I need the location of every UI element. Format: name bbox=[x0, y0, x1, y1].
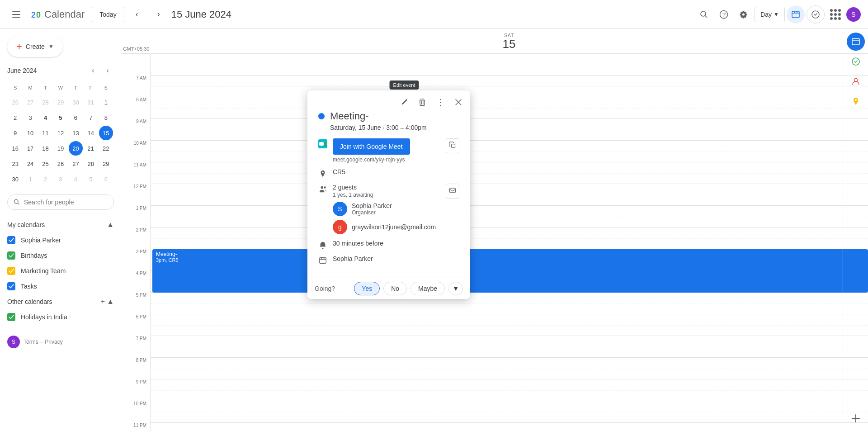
tasks-button[interactable] bbox=[807, 5, 825, 24]
edit-event-button[interactable] bbox=[396, 94, 412, 110]
other-calendars-collapse-icon: ▲ bbox=[107, 298, 114, 306]
mini-cal-day[interactable]: 31 bbox=[84, 95, 98, 109]
mini-cal-day[interactable]: 17 bbox=[23, 141, 37, 156]
right-panel-calendar-icon[interactable] bbox=[847, 33, 865, 51]
calendar-owner-icon bbox=[318, 256, 327, 265]
popup-guests-row: 2 guests 1 yes, 1 awaiting S Sophia Park… bbox=[318, 184, 459, 234]
going-no-button[interactable]: No bbox=[383, 282, 407, 295]
mini-cal-day[interactable]: 26 bbox=[8, 95, 22, 109]
right-panel-add-icon[interactable] bbox=[847, 409, 865, 427]
next-button[interactable]: › bbox=[150, 5, 168, 24]
mini-cal-day[interactable]: 25 bbox=[38, 156, 52, 171]
mini-cal-day[interactable]: 6 bbox=[99, 172, 113, 186]
mini-cal-day[interactable]: 3 bbox=[53, 172, 67, 186]
mini-cal-day[interactable]: 16 bbox=[8, 141, 22, 156]
events-column[interactable]: Meeting- 3pm, CR5 bbox=[150, 54, 868, 431]
mini-cal-day[interactable]: 11 bbox=[38, 126, 52, 140]
mini-cal-day[interactable]: 30 bbox=[8, 172, 22, 186]
email-guests-button[interactable] bbox=[446, 184, 459, 199]
guest-avatar-gray: g bbox=[333, 220, 347, 234]
mini-cal-day[interactable]: 22 bbox=[99, 141, 113, 156]
event-color-dot bbox=[318, 113, 325, 119]
mini-cal-day[interactable]: 4 bbox=[38, 110, 52, 125]
mini-cal-next[interactable]: › bbox=[101, 64, 114, 77]
mini-cal-day[interactable]: 9 bbox=[8, 126, 22, 140]
calendar-holidays-india[interactable]: Holidays in India bbox=[0, 309, 121, 325]
terms-link[interactable]: Terms bbox=[24, 339, 38, 345]
mini-cal-day[interactable]: 13 bbox=[69, 126, 83, 140]
mini-cal-day[interactable]: 28 bbox=[38, 95, 52, 109]
popup-reminder-row: 30 minutes before bbox=[318, 240, 459, 250]
mini-cal-day[interactable]: 10 bbox=[23, 126, 37, 140]
mini-cal-day[interactable]: 1 bbox=[23, 172, 37, 186]
calendar-view-button[interactable] bbox=[787, 5, 805, 24]
right-panel-contacts-icon[interactable] bbox=[847, 72, 865, 90]
mini-cal-day[interactable]: 8 bbox=[99, 110, 113, 125]
mini-cal-day[interactable]: 18 bbox=[38, 141, 52, 156]
mini-cal-day[interactable]: 23 bbox=[8, 156, 22, 171]
calendar-birthdays[interactable]: Birthdays bbox=[0, 248, 121, 263]
mini-cal-day[interactable]: 5 bbox=[84, 172, 98, 186]
going-more-button[interactable]: ▼ bbox=[448, 282, 463, 295]
mini-cal-day[interactable]: 4 bbox=[69, 172, 83, 186]
right-panel-maps-icon[interactable] bbox=[847, 92, 865, 110]
day-header: SAT 15 bbox=[150, 29, 868, 53]
mini-cal-prev[interactable]: ‹ bbox=[87, 64, 99, 77]
mini-cal-day[interactable]: 28 bbox=[84, 156, 98, 171]
help-button[interactable]: ? bbox=[715, 5, 733, 24]
mini-cal-day[interactable]: 27 bbox=[69, 156, 83, 171]
mini-cal-day[interactable]: 30 bbox=[69, 95, 83, 109]
delete-event-button[interactable] bbox=[414, 94, 430, 110]
calendar-tasks[interactable]: Tasks bbox=[0, 279, 121, 294]
create-button[interactable]: + Create ▼ bbox=[7, 36, 63, 57]
right-panel-tasks-icon[interactable] bbox=[847, 52, 865, 71]
popup-title-row: Meeting- bbox=[318, 110, 459, 122]
other-calendars-header[interactable]: Other calendars + ▲ bbox=[0, 294, 121, 309]
meet-link[interactable]: meet.google.com/yky-rojn-yys bbox=[333, 156, 437, 163]
hour-line bbox=[151, 76, 868, 97]
going-yes-button[interactable]: Yes bbox=[354, 282, 380, 295]
mini-cal-day[interactable]: 26 bbox=[53, 156, 67, 171]
mini-cal-day[interactable]: 1 bbox=[99, 95, 113, 109]
search-button[interactable] bbox=[695, 5, 713, 24]
going-maybe-button[interactable]: Maybe bbox=[410, 282, 445, 295]
user-avatar-small[interactable]: S bbox=[7, 336, 20, 348]
mini-cal-day[interactable]: 14 bbox=[84, 126, 98, 140]
hour-line bbox=[151, 401, 868, 423]
view-selector[interactable]: Day ▼ bbox=[755, 7, 785, 22]
mini-cal-day[interactable]: 3 bbox=[23, 110, 37, 125]
apps-button[interactable] bbox=[826, 5, 844, 24]
mini-cal-day[interactable]: 15 bbox=[99, 126, 113, 140]
mini-cal-day[interactable]: 6 bbox=[69, 110, 83, 125]
menu-button[interactable] bbox=[7, 5, 25, 24]
mini-cal-day[interactable]: 27 bbox=[23, 95, 37, 109]
user-avatar[interactable]: S bbox=[846, 7, 861, 22]
event-extension[interactable] bbox=[581, 249, 868, 293]
mini-cal-day[interactable]: 19 bbox=[53, 141, 67, 156]
mini-cal-day[interactable]: 2 bbox=[8, 110, 22, 125]
mini-cal-day[interactable]: 12 bbox=[53, 126, 67, 140]
mini-cal-day[interactable]: 21 bbox=[84, 141, 98, 156]
today-button[interactable]: Today bbox=[92, 7, 124, 22]
more-options-button[interactable]: ⋮ bbox=[432, 94, 448, 110]
calendar-sophia-parker[interactable]: Sophia Parker bbox=[0, 232, 121, 248]
my-calendars-header[interactable]: My calendars ▲ bbox=[0, 217, 121, 232]
copy-meet-link-button[interactable] bbox=[446, 138, 459, 153]
mini-cal-day[interactable]: 20 bbox=[69, 141, 83, 156]
guest-name-sophia: Sophia Parker bbox=[352, 202, 392, 209]
privacy-link[interactable]: Privacy bbox=[45, 339, 62, 345]
calendar-checkbox bbox=[7, 282, 15, 290]
mini-cal-day[interactable]: 24 bbox=[23, 156, 37, 171]
search-people[interactable]: Search for people bbox=[7, 194, 114, 210]
mini-cal-day[interactable]: 29 bbox=[53, 95, 67, 109]
join-meet-button[interactable]: Join with Google Meet bbox=[333, 138, 410, 155]
svg-rect-21 bbox=[319, 142, 324, 146]
prev-button[interactable]: ‹ bbox=[128, 5, 146, 24]
calendar-marketing-team[interactable]: Marketing Team bbox=[0, 263, 121, 279]
close-popup-button[interactable] bbox=[450, 94, 467, 110]
mini-cal-day[interactable]: 7 bbox=[84, 110, 98, 125]
mini-cal-day[interactable]: 29 bbox=[99, 156, 113, 171]
mini-cal-day[interactable]: 5 bbox=[53, 110, 67, 125]
mini-cal-day[interactable]: 2 bbox=[38, 172, 52, 186]
settings-button[interactable] bbox=[735, 5, 753, 24]
